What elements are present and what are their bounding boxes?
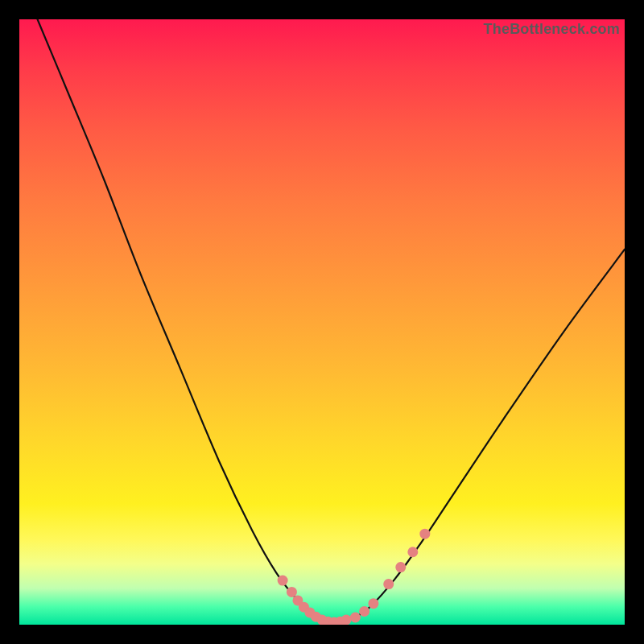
chart-frame: TheBottleneck.com — [19, 19, 625, 625]
gradient-plot-area — [19, 19, 625, 625]
watermark-text: TheBottleneck.com — [484, 21, 620, 38]
